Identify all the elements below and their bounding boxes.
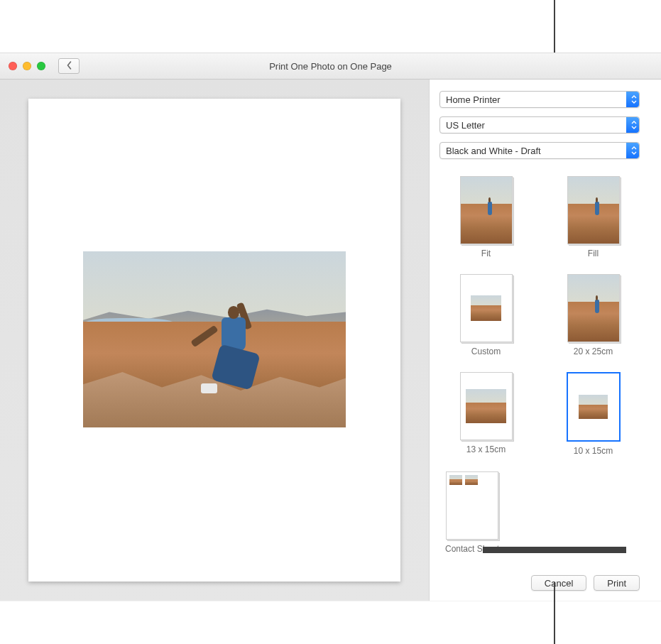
quality-select[interactable]: Black and White - Draft bbox=[439, 142, 640, 159]
layout-13x15-thumb bbox=[460, 372, 513, 440]
cancel-button-label: Cancel bbox=[545, 578, 573, 589]
window-title: Print One Photo on One Page bbox=[0, 61, 661, 72]
print-button[interactable]: Print bbox=[594, 575, 640, 591]
layout-custom-label: Custom bbox=[471, 346, 501, 356]
select-arrows-icon bbox=[631, 95, 637, 104]
layout-10x15-label: 10 x 15cm bbox=[574, 446, 613, 456]
layout-13x15[interactable]: 13 x 15cm bbox=[460, 372, 513, 456]
print-button-label: Print bbox=[607, 578, 626, 589]
layout-fit-label: Fit bbox=[481, 249, 491, 258]
select-arrows-icon bbox=[631, 146, 637, 155]
paper-size-value: US Letter bbox=[446, 120, 485, 131]
printer-select[interactable]: Home Printer bbox=[439, 91, 640, 108]
layout-custom[interactable]: Custom bbox=[460, 274, 513, 356]
layout-10x15[interactable]: 10 x 15cm bbox=[567, 372, 621, 456]
layout-options: Fit Fill Custom 20 x 25cm 13 x 15cm bbox=[439, 176, 640, 554]
photo-image bbox=[83, 251, 346, 427]
printer-select-value: Home Printer bbox=[446, 94, 501, 105]
titlebar: Print One Photo on One Page bbox=[0, 53, 661, 80]
page-preview bbox=[28, 99, 400, 582]
annotation-bracket bbox=[483, 547, 626, 553]
print-dialog-window: Print One Photo on One Page Home Printer bbox=[0, 53, 661, 601]
content-area: Home Printer US Letter Black and White -… bbox=[0, 80, 661, 601]
annotation-line-bottom bbox=[554, 582, 555, 644]
quality-value: Black and White - Draft bbox=[446, 146, 541, 156]
layout-20x25[interactable]: 20 x 25cm bbox=[567, 274, 620, 356]
layout-custom-thumb bbox=[460, 274, 513, 342]
layout-20x25-label: 20 x 25cm bbox=[574, 346, 613, 356]
settings-pane: Home Printer US Letter Black and White -… bbox=[429, 80, 661, 601]
layout-fill[interactable]: Fill bbox=[567, 176, 620, 258]
layout-10x15-thumb bbox=[567, 372, 621, 442]
layout-fit-thumb bbox=[460, 176, 513, 244]
select-arrows-icon bbox=[631, 121, 637, 129]
layout-fill-thumb bbox=[567, 176, 620, 244]
preview-pane bbox=[0, 80, 429, 601]
layout-fill-label: Fill bbox=[588, 249, 599, 258]
cancel-button[interactable]: Cancel bbox=[531, 575, 586, 591]
paper-size-select[interactable]: US Letter bbox=[439, 116, 640, 133]
layout-contact-sheet[interactable]: Contact Sheet bbox=[445, 471, 499, 554]
layout-20x25-thumb bbox=[567, 274, 620, 342]
dialog-buttons: Cancel Print bbox=[439, 565, 640, 591]
layout-fit[interactable]: Fit bbox=[460, 176, 513, 258]
photo-preview bbox=[83, 251, 346, 427]
layout-contact-thumb bbox=[446, 471, 498, 540]
layout-13x15-label: 13 x 15cm bbox=[466, 444, 506, 454]
